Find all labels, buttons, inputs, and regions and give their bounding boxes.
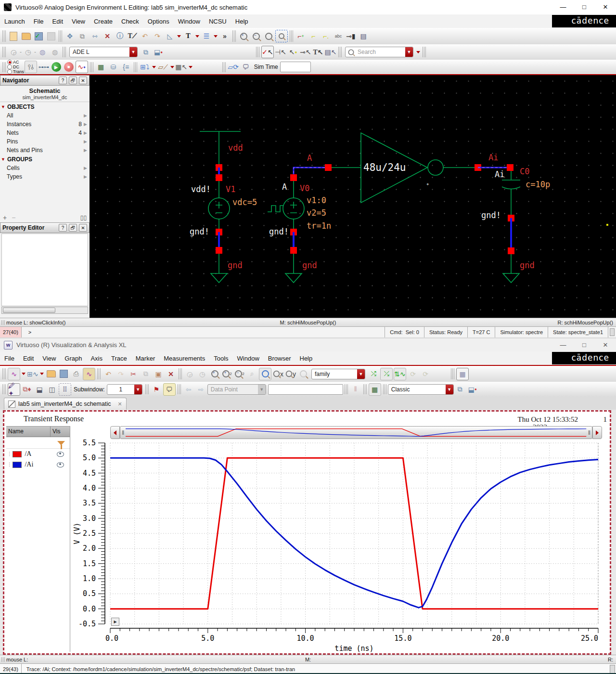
layers-icon[interactable]: ⧉ xyxy=(454,384,466,395)
grid-mode-icon[interactable]: ▦ xyxy=(456,368,469,380)
annotate-icon[interactable]: 🗩 xyxy=(240,61,252,73)
net-label-ai[interactable]: Ai xyxy=(488,153,498,162)
open-folder-icon[interactable] xyxy=(20,30,32,42)
new-file-icon[interactable] xyxy=(8,30,19,42)
objects-section[interactable]: ▼OBJECTS xyxy=(0,102,90,111)
visibility-icon[interactable]: ⬓● xyxy=(467,384,478,395)
edit-setup-icon[interactable]: ▱⟋ xyxy=(157,61,169,73)
menu-window[interactable]: Window xyxy=(174,16,205,27)
partial-select-icon[interactable]: ⊣↖ xyxy=(275,46,286,58)
stretch-icon[interactable]: ⇿ xyxy=(89,30,101,42)
remove-filter-icon[interactable]: − xyxy=(12,214,15,221)
menu-check[interactable]: Check xyxy=(117,16,143,27)
close-panel-icon[interactable]: ✕ xyxy=(79,224,87,232)
plot-results-icon[interactable]: ∿● xyxy=(76,61,88,73)
pin[interactable] xyxy=(508,247,514,254)
strip-chart-icon[interactable]: ⇅∿ xyxy=(394,368,406,380)
swap-traces-icon[interactable]: ⤮ xyxy=(368,368,379,380)
help-icon[interactable]: ? xyxy=(59,77,67,84)
legend-row-a[interactable]: ┆ /A xyxy=(6,449,70,459)
delete-icon[interactable]: ✕ xyxy=(102,30,113,42)
schematic-canvas[interactable]: vdd vdd! V1 vdc=5 gnd! gnd xyxy=(90,75,616,318)
menu-help[interactable]: Help xyxy=(231,16,253,27)
visibility-eye-icon[interactable] xyxy=(57,452,64,457)
selected-net-a[interactable] xyxy=(294,168,326,178)
property-editor-scrollbar[interactable] xyxy=(1,307,88,314)
menu-graph[interactable]: Graph xyxy=(60,353,86,364)
save-icon[interactable] xyxy=(58,368,69,380)
text-select-icon[interactable]: T↖ xyxy=(312,46,324,58)
trace-swatch-a[interactable] xyxy=(13,451,22,457)
menu-file[interactable]: File xyxy=(0,353,19,364)
menu-trace[interactable]: Trace xyxy=(107,353,131,364)
pin[interactable] xyxy=(216,174,222,181)
v1-property[interactable]: vdc=5 xyxy=(232,197,257,207)
legend-name-header[interactable]: Name xyxy=(6,427,51,437)
datapoint-input[interactable] xyxy=(268,384,343,395)
cli-prompt[interactable]: > xyxy=(28,329,31,335)
zoom-out-x2-icon[interactable]: −2 xyxy=(234,368,245,380)
trace-swatch-ai[interactable] xyxy=(13,462,22,468)
maximize-icon[interactable]: □ xyxy=(574,0,595,14)
stop-simulation-icon[interactable]: ■ xyxy=(63,61,75,73)
close-icon[interactable]: ✕ xyxy=(595,0,616,14)
new-subwindow-icon[interactable]: ⊞∿ xyxy=(27,368,38,380)
net-label-gnd[interactable]: gnd xyxy=(520,260,535,270)
undo-icon[interactable]: ↶ xyxy=(103,368,114,380)
paste-icon[interactable]: ▣ xyxy=(153,368,164,380)
menu-browser[interactable]: Browser xyxy=(264,353,295,364)
horizontal-split-icon[interactable]: ⬓ xyxy=(34,384,45,395)
instance-name-c0[interactable]: C0 xyxy=(520,167,529,176)
net-label-vdd[interactable]: vdd xyxy=(228,143,243,153)
label-icon[interactable]: abc xyxy=(333,30,344,42)
overlay-icon[interactable]: ⤯ xyxy=(380,368,393,380)
close-panel-icon[interactable]: ✕ xyxy=(79,77,87,84)
vertical-split-icon[interactable]: ◫ xyxy=(46,384,58,395)
visibility-icon[interactable]: ⬓● xyxy=(153,46,164,58)
tab-schematic[interactable]: lab5 sim_inverterM4_dc schematic ✕ xyxy=(4,398,127,410)
undock-icon[interactable]: 🗗 xyxy=(69,77,77,84)
pin[interactable] xyxy=(507,164,513,171)
menu-axis[interactable]: Axis xyxy=(86,353,107,364)
zoom-in-x2-icon[interactable]: +2 xyxy=(221,368,233,380)
v0-property-1[interactable]: v1:0 xyxy=(307,195,326,205)
doc-refresh-icon[interactable]: ▱⟳ xyxy=(228,61,239,73)
inverter-size-label[interactable]: 48u/24u xyxy=(363,162,406,173)
undock-icon[interactable]: 🗗 xyxy=(69,224,77,232)
v0-property-2[interactable]: v2=5 xyxy=(307,208,326,218)
more-tools[interactable]: » xyxy=(219,30,231,42)
delete-icon[interactable]: ✕ xyxy=(165,368,177,380)
wire-tool-icon[interactable]: ⌐+ xyxy=(295,30,307,42)
net-select-icon[interactable]: ↖● xyxy=(287,46,299,58)
net-label-gnd[interactable]: gnd xyxy=(302,260,317,270)
filter-funnel-icon[interactable] xyxy=(57,441,65,445)
menu-edit[interactable]: Edit xyxy=(19,353,38,364)
tab-close-icon[interactable]: ✕ xyxy=(117,401,122,407)
trace-label-a[interactable]: /A xyxy=(25,450,31,458)
subwindow-select[interactable]: 1▼ xyxy=(107,384,142,395)
redo-icon[interactable]: ↷ xyxy=(152,30,163,42)
zoom-in-icon[interactable]: + xyxy=(209,368,220,380)
groups-section[interactable]: ▼GROUPS xyxy=(0,155,90,164)
global-label-gnd[interactable]: gnd! xyxy=(190,227,209,236)
open-icon[interactable] xyxy=(45,368,57,380)
zoom-in-icon[interactable]: + xyxy=(238,30,249,42)
status-scroll[interactable] xyxy=(608,327,616,337)
instance-icon[interactable]: ⊸▮ xyxy=(345,30,357,42)
run-simulation-icon[interactable]: ▶ xyxy=(51,61,62,73)
pin[interactable] xyxy=(290,174,297,181)
undo-icon[interactable]: ↶ xyxy=(139,30,151,42)
nav-item-all[interactable]: All▶ xyxy=(0,111,90,120)
menu-edit[interactable]: Edit xyxy=(48,16,67,27)
legend-vis-header[interactable]: Vis xyxy=(51,427,70,437)
v0-property-3[interactable]: tr=1n xyxy=(307,221,331,231)
menu-view[interactable]: View xyxy=(67,16,90,27)
menu-measurements[interactable]: Measurements xyxy=(159,353,209,364)
menu-help[interactable]: Help xyxy=(295,353,317,364)
menu-create[interactable]: Create xyxy=(90,16,117,27)
trace-label-ai[interactable]: /Ai xyxy=(25,461,33,468)
pause-update-icon[interactable]: ▯▯ xyxy=(80,214,87,221)
zoom-fit-icon[interactable] xyxy=(259,368,271,380)
layers-icon[interactable]: ⧉ xyxy=(140,46,152,58)
select-mode-icon[interactable]: ✓↖ xyxy=(261,46,274,58)
